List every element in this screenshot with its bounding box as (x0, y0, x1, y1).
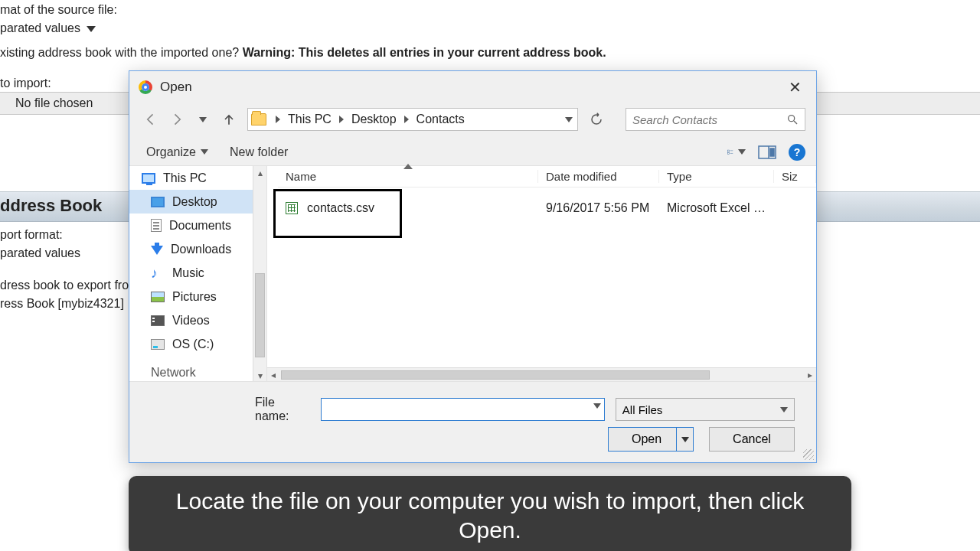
warning-text: Warning: This deletes all entries in you… (243, 46, 606, 59)
col-size[interactable]: Siz (774, 170, 816, 183)
open-split-dropdown[interactable] (676, 428, 693, 451)
export-book-label: dress book to export fro (0, 279, 129, 292)
tree-label: Network (151, 366, 196, 380)
tree-label: Pictures (172, 290, 217, 304)
tree-desktop[interactable]: Desktop (129, 190, 266, 214)
crumb-this-pc[interactable]: This PC (285, 112, 335, 126)
col-date[interactable]: Date modified (538, 170, 659, 183)
organize-label: Organize (146, 145, 196, 159)
scroll-left-icon: ◂ (267, 370, 279, 380)
filename-dropdown[interactable] (593, 403, 601, 409)
forward-button[interactable] (166, 109, 188, 130)
open-file-dialog: Open ✕ This PC Desktop Contacts Organize (129, 70, 817, 463)
documents-icon (151, 219, 162, 232)
scroll-thumb[interactable] (255, 273, 265, 357)
toolbar: Organize New folder ? (129, 139, 816, 166)
file-list-area: Name Date modified Type Siz contacts.csv… (267, 166, 816, 381)
up-button[interactable] (218, 109, 240, 130)
col-label: Name (286, 170, 316, 183)
tree-scrollbar[interactable]: ▴ ▾ (253, 166, 266, 381)
tree-label: Music (172, 266, 204, 280)
filetype-select[interactable]: All Files (616, 398, 795, 421)
crumb-desktop[interactable]: Desktop (348, 112, 400, 126)
tree-label: Videos (172, 314, 210, 328)
nav-row: This PC Desktop Contacts (129, 103, 816, 135)
sort-asc-icon (403, 164, 413, 169)
recent-dropdown[interactable] (192, 109, 214, 130)
help-icon: ? (794, 146, 801, 158)
file-name: contacts.csv (307, 201, 374, 215)
cancel-label: Cancel (733, 432, 771, 446)
cancel-button[interactable]: Cancel (709, 427, 795, 452)
search-box[interactable] (626, 108, 805, 131)
tree-osdisk[interactable]: OS (C:) (129, 332, 266, 356)
open-button[interactable]: Open (608, 427, 694, 452)
dialog-footer: File name: All Files Open Cancel (129, 381, 816, 462)
chevron-down-icon (199, 117, 207, 122)
folder-icon (251, 113, 266, 126)
scroll-right-icon: ▸ (804, 370, 816, 380)
format-select[interactable]: parated values (0, 21, 96, 35)
tree-pictures[interactable]: Pictures (129, 285, 266, 308)
file-row[interactable]: contacts.csv 9/16/2017 5:56 PM Microsoft… (278, 197, 808, 220)
tree-label: This PC (163, 171, 207, 185)
open-label: Open (632, 432, 662, 446)
refresh-button[interactable] (586, 109, 607, 130)
column-headers: Name Date modified Type Siz (278, 166, 816, 187)
videos-icon (151, 315, 165, 326)
format-label: mat of the source file: (0, 3, 117, 17)
filename-input[interactable] (321, 398, 605, 421)
tree-documents[interactable]: Documents (129, 214, 266, 237)
col-name[interactable]: Name (278, 170, 538, 183)
tree-network[interactable]: Network (129, 360, 266, 381)
scroll-up-icon: ▴ (256, 168, 265, 177)
format-value: parated values (0, 21, 80, 34)
chevron-down-icon (565, 117, 573, 122)
tree-label: OS (C:) (172, 337, 214, 351)
section-heading: ddress Book (0, 196, 102, 216)
titlebar: Open ✕ (129, 71, 816, 103)
back-button[interactable] (140, 109, 162, 130)
svg-rect-1 (727, 150, 729, 152)
tree-music[interactable]: ♪Music (129, 261, 266, 285)
hscroll-thumb[interactable] (281, 370, 710, 380)
tree-videos[interactable]: Videos (129, 308, 266, 332)
button-row: Open Cancel (608, 427, 795, 452)
svg-point-0 (789, 116, 795, 122)
preview-pane-button[interactable] (758, 144, 776, 161)
export-book-value: ress Book [mybiz4321] (0, 297, 124, 311)
tutorial-caption: Locate the file on your computer you wis… (129, 476, 851, 551)
close-button[interactable]: ✕ (778, 76, 812, 99)
monitor-icon (142, 173, 155, 184)
organize-menu[interactable]: Organize (146, 145, 208, 159)
chevron-right-icon (276, 116, 280, 123)
tree-label: Downloads (171, 243, 231, 256)
scroll-down-icon: ▾ (256, 370, 265, 380)
search-icon (786, 113, 799, 126)
search-input[interactable] (632, 113, 786, 126)
file-type: Microsoft Excel C… (659, 201, 774, 215)
replace-question: xisting address book with the imported o… (0, 46, 243, 59)
export-format-label: port format: (0, 228, 63, 242)
new-folder-button[interactable]: New folder (230, 145, 288, 159)
close-icon: ✕ (789, 80, 802, 95)
export-format-value: parated values (0, 246, 80, 260)
col-type[interactable]: Type (659, 170, 774, 183)
crumb-contacts[interactable]: Contacts (413, 112, 468, 126)
replace-warning-line: xisting address book with the imported o… (0, 46, 606, 60)
path-dropdown[interactable] (565, 117, 576, 122)
tree-this-pc[interactable]: This PC (129, 166, 266, 190)
music-icon: ♪ (151, 267, 165, 279)
tree-downloads[interactable]: Downloads (129, 237, 266, 261)
file-hscrollbar[interactable]: ◂ ▸ (267, 367, 816, 381)
resize-grip[interactable] (803, 449, 814, 460)
chevron-down-icon (738, 149, 746, 155)
dialog-title: Open (160, 80, 192, 95)
svg-rect-4 (770, 148, 774, 156)
chevron-down-icon (201, 149, 208, 155)
view-menu[interactable] (727, 144, 746, 161)
tree-label: Documents (169, 219, 231, 233)
svg-rect-2 (727, 152, 729, 154)
help-button[interactable]: ? (789, 144, 805, 161)
breadcrumb[interactable]: This PC Desktop Contacts (247, 108, 578, 131)
